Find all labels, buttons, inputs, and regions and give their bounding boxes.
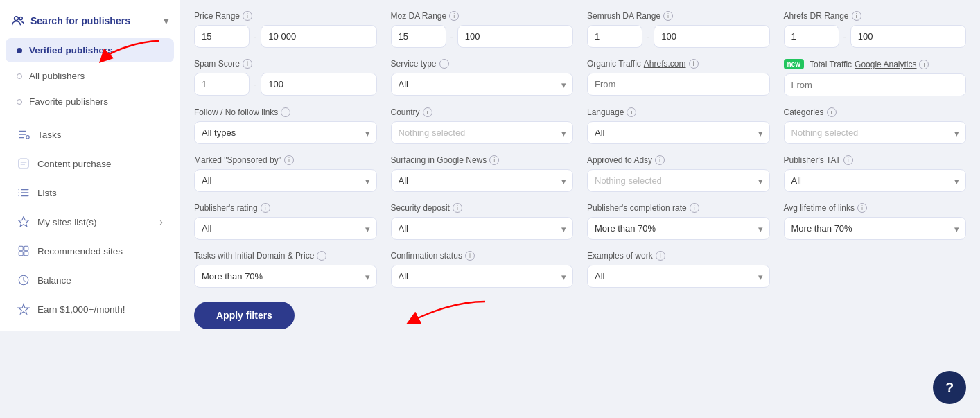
country-select[interactable]: Nothing selected <box>391 121 574 144</box>
organic-traffic-info-icon[interactable]: i <box>689 59 699 69</box>
apply-filters-wrapper: Apply filters <box>194 302 966 329</box>
help-button[interactable]: ? <box>933 371 966 404</box>
price-range-min[interactable] <box>194 25 250 48</box>
spam-score-max[interactable] <box>261 73 376 96</box>
price-range-group: Price Range i - <box>194 11 377 48</box>
inactive-dot <box>17 99 22 105</box>
ahrefs-dr-info-icon[interactable]: i <box>852 11 861 21</box>
semrush-da-info-icon[interactable]: i <box>663 11 673 21</box>
publishers-tat-group: Publisher's TAT i All ▾ <box>784 155 967 192</box>
tasks-initial-info-icon[interactable]: i <box>317 251 326 261</box>
sidebar-item-label: Verified publishers <box>29 45 113 55</box>
svg-point-5 <box>26 136 30 139</box>
country-label: Country i <box>391 107 574 117</box>
country-info-icon[interactable]: i <box>423 107 432 117</box>
completion-rate-info-icon[interactable]: i <box>690 203 699 213</box>
semrush-da-separator: - <box>647 31 649 42</box>
svg-point-0 <box>15 17 19 21</box>
semrush-da-label: Semrush DA Range i <box>587 11 770 21</box>
price-range-row: - <box>194 25 377 48</box>
total-traffic-source: Google Analytics <box>855 60 916 69</box>
svg-rect-10 <box>19 252 23 256</box>
examples-of-work-select-wrapper: All ▾ <box>587 265 770 288</box>
sidebar-item-favorite-publishers[interactable]: Favorite publishers <box>6 89 174 114</box>
categories-info-icon[interactable]: i <box>827 107 837 117</box>
sidebar-section-label: My sites list(s) <box>37 217 97 227</box>
total-traffic-input[interactable] <box>784 73 967 96</box>
price-range-max[interactable] <box>261 25 376 48</box>
service-type-group: Service type i All Guest post Link inser… <box>391 59 574 96</box>
publishers-tat-select[interactable]: All <box>784 169 967 192</box>
approved-adsy-info-icon[interactable]: i <box>655 155 665 165</box>
tasks-initial-select[interactable]: All More than 70% <box>194 265 377 288</box>
language-group: Language i All ▾ <box>587 107 770 144</box>
follow-links-info-icon[interactable]: i <box>281 107 290 117</box>
avg-lifetime-info-icon[interactable]: i <box>857 203 867 213</box>
language-select-wrapper: All ▾ <box>587 121 770 144</box>
price-range-info-icon[interactable]: i <box>243 11 252 21</box>
sidebar-item-balance[interactable]: Balance <box>6 266 174 294</box>
sidebar-item-lists[interactable]: Lists <box>6 179 174 207</box>
examples-of-work-select[interactable]: All <box>587 265 770 288</box>
ahrefs-dr-min[interactable] <box>784 25 839 48</box>
search-publishers-header[interactable]: Search for publishers ▾ <box>0 7 180 37</box>
approved-adsy-select[interactable]: Nothing selected <box>587 169 770 192</box>
sidebar-item-verified-publishers[interactable]: Verified publishers <box>6 38 174 62</box>
surfacing-google-news-select[interactable]: All Yes No <box>391 169 574 192</box>
sidebar-item-earn[interactable]: Earn $1,000+/month! <box>6 295 174 323</box>
ahrefs-dr-separator: - <box>843 31 846 42</box>
publishers-tat-info-icon[interactable]: i <box>843 155 853 165</box>
language-select[interactable]: All <box>587 121 770 144</box>
semrush-da-row: - <box>587 25 770 48</box>
language-info-icon[interactable]: i <box>627 107 636 117</box>
security-deposit-info-icon[interactable]: i <box>453 203 462 213</box>
filter-grid: Price Range i - Moz DA Range i - <box>194 11 966 288</box>
svg-rect-4 <box>19 137 24 139</box>
marked-sponsored-info-icon[interactable]: i <box>284 155 294 165</box>
publishers-rating-info-icon[interactable]: i <box>261 203 270 213</box>
moz-da-max[interactable] <box>457 25 573 48</box>
lists-icon <box>17 186 30 200</box>
publishers-icon <box>11 14 25 28</box>
completion-rate-label: Publisher's completion rate i <box>587 203 770 213</box>
examples-of-work-group: Examples of work i All ▾ <box>587 251 770 288</box>
service-type-label: Service type i <box>391 59 574 69</box>
security-deposit-select[interactable]: All <box>391 217 574 240</box>
sidebar-header-label: Search for publishers <box>30 15 130 26</box>
security-deposit-group: Security deposit i All ▾ <box>391 203 574 240</box>
spam-score-info-icon[interactable]: i <box>243 59 252 69</box>
sidebar-item-content-purchase[interactable]: Content purchase <box>6 150 174 177</box>
service-type-select[interactable]: All Guest post Link insertion <box>391 73 574 96</box>
tasks-initial-select-wrapper: All More than 70% ▾ <box>194 265 377 288</box>
tasks-icon <box>17 128 30 141</box>
moz-da-min[interactable] <box>391 25 446 48</box>
semrush-da-min[interactable] <box>587 25 642 48</box>
spam-score-min[interactable] <box>194 73 250 96</box>
semrush-da-max[interactable] <box>654 25 769 48</box>
surfacing-google-news-info-icon[interactable]: i <box>489 155 499 165</box>
sidebar-header-chevron: ▾ <box>164 15 168 26</box>
confirmation-status-select[interactable]: All <box>391 265 574 288</box>
categories-select[interactable]: Nothing selected <box>784 121 967 144</box>
expand-icon: › <box>159 216 163 227</box>
ahrefs-dr-max[interactable] <box>850 25 966 48</box>
sidebar-item-my-sites-list[interactable]: My sites list(s) › <box>6 208 174 236</box>
apply-filters-button[interactable]: Apply filters <box>194 302 295 329</box>
svg-marker-7 <box>19 217 29 227</box>
sidebar-item-tasks[interactable]: Tasks <box>6 121 174 148</box>
avg-lifetime-select[interactable]: All More than 70% <box>784 217 967 240</box>
confirmation-status-select-wrapper: All ▾ <box>391 265 574 288</box>
marked-sponsored-select[interactable]: All Yes No <box>194 169 377 192</box>
confirmation-status-info-icon[interactable]: i <box>465 251 475 261</box>
total-traffic-info-icon[interactable]: i <box>919 60 929 69</box>
follow-links-select[interactable]: All types Follow No follow <box>194 121 377 144</box>
svg-rect-2 <box>19 131 26 132</box>
sidebar-item-all-publishers[interactable]: All publishers <box>6 64 174 88</box>
organic-traffic-input[interactable] <box>587 73 770 96</box>
sidebar-item-recommended-sites[interactable]: Recommended sites <box>6 237 174 265</box>
completion-rate-select[interactable]: All More than 70% <box>587 217 770 240</box>
examples-of-work-info-icon[interactable]: i <box>656 251 665 261</box>
moz-da-info-icon[interactable]: i <box>449 11 459 21</box>
service-type-info-icon[interactable]: i <box>439 59 449 69</box>
publishers-rating-select[interactable]: All <box>194 217 377 240</box>
